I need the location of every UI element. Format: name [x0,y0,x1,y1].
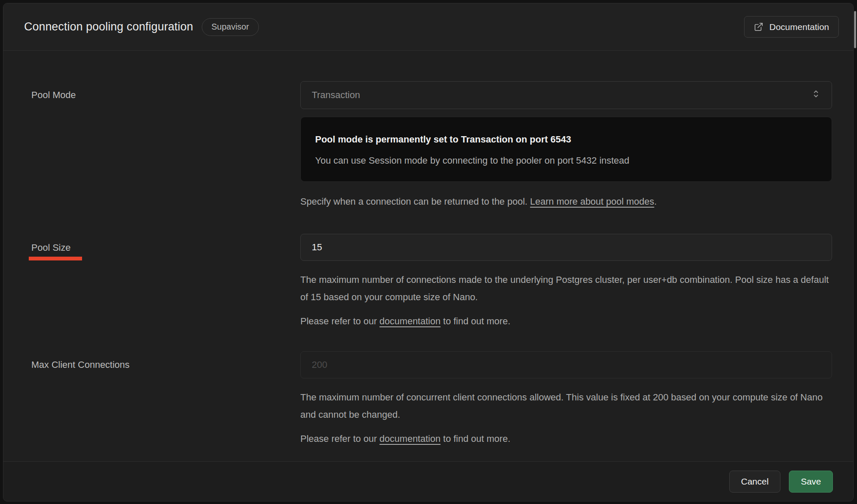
save-button[interactable]: Save [789,471,833,493]
panel-header: Connection pooling configuration Supavis… [3,3,853,51]
page-title: Connection pooling configuration [24,20,193,33]
pool-mode-alert-description: You can use Session mode by connecting t… [315,154,817,167]
pool-size-highlight-underline [29,257,82,260]
pool-mode-label: Pool Mode [31,90,76,101]
pool-mode-helper: Specify when a connection can be returne… [300,193,832,210]
scrollbar-thumb[interactable] [854,11,856,48]
panel-body: Pool Mode Transaction Pool mode is perma… [3,51,853,461]
pool-mode-select[interactable]: Transaction [300,81,832,109]
pool-size-documentation-link[interactable]: documentation [379,316,440,326]
external-link-icon [754,22,764,32]
max-client-connections-input [300,351,832,378]
pool-mode-helper-text: Specify when a connection can be returne… [300,196,530,207]
documentation-button-label: Documentation [769,22,829,32]
max-client-connections-documentation-link[interactable]: documentation [379,433,440,444]
cancel-button[interactable]: Cancel [729,471,780,493]
pool-mode-alert-title: Pool mode is permanently set to Transact… [315,133,817,146]
max-client-connections-row: Max Client Connections The maximum numbe… [31,351,832,445]
pool-mode-alert: Pool mode is permanently set to Transact… [300,117,832,182]
pool-size-helper: The maximum number of connections made t… [300,271,832,306]
supavisor-badge: Supavisor [202,18,259,36]
pool-modes-link[interactable]: Learn more about pool modes [530,196,654,207]
max-client-connections-label: Max Client Connections [31,359,129,370]
pool-size-refer: Please refer to our documentation to fin… [300,315,832,328]
connection-pooling-panel: Connection pooling configuration Supavis… [3,3,854,501]
pool-size-input[interactable] [300,234,832,261]
max-client-connections-refer: Please refer to our documentation to fin… [300,433,832,445]
pool-mode-helper-suffix: . [654,196,657,207]
pool-size-label: Pool Size [31,242,71,253]
pool-mode-row: Pool Mode Transaction Pool mode is perma… [31,81,832,210]
documentation-button[interactable]: Documentation [744,16,839,38]
pool-size-row: Pool Size The maximum number of connecti… [31,234,832,328]
pool-mode-select-value: Transaction [312,90,360,101]
panel-footer: Cancel Save [3,461,853,501]
max-client-connections-helper: The maximum number of concurrent client … [300,389,832,423]
chevron-up-down-icon [810,88,821,102]
